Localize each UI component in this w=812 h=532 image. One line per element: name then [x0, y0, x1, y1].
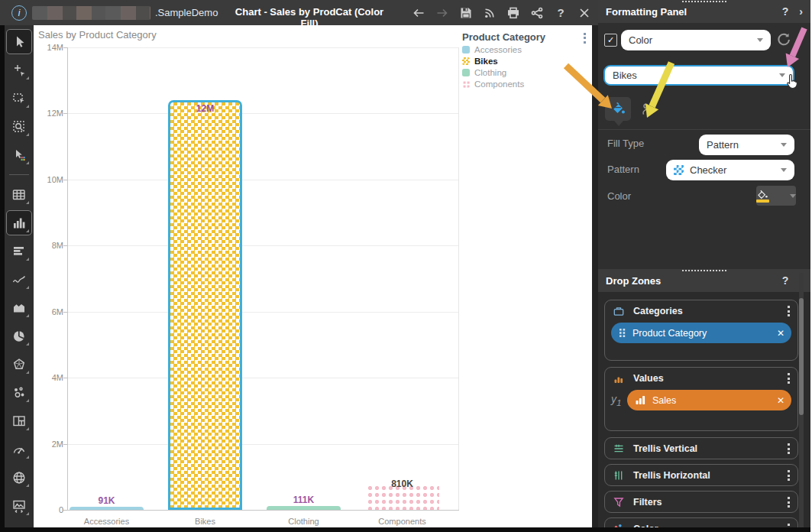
map-chart-icon[interactable] [7, 466, 31, 489]
panel-drag-handle[interactable] [682, 1, 726, 2]
formatting-collapse-icon[interactable]: › [799, 5, 803, 18]
gridline [68, 113, 459, 114]
area-chart-icon[interactable] [7, 296, 31, 320]
fill-type-label: Fill Type [607, 138, 644, 149]
bar-value-label: 810K [365, 478, 439, 489]
scatter-chart-icon[interactable] [7, 381, 31, 404]
fill-type-value: Pattern [707, 139, 739, 151]
legend-swatch-checker [462, 57, 470, 65]
help-icon[interactable]: ? [553, 5, 568, 21]
y-axis-tick [63, 113, 67, 114]
radar-chart-icon[interactable] [7, 352, 31, 376]
window-frame [0, 25, 5, 532]
drop-zone-label: Trellis Vertical [633, 443, 697, 454]
property-select[interactable]: Color [621, 30, 771, 50]
remove-field-icon[interactable] [777, 395, 785, 406]
x-axis-label: Components [361, 517, 445, 526]
plot-border-right [458, 47, 459, 510]
scrollbar-thumb[interactable] [799, 298, 804, 415]
chevron-down-icon[interactable] [790, 194, 796, 198]
save-icon[interactable] [458, 5, 474, 21]
target-combo-chevron-icon[interactable] [779, 73, 785, 77]
gridline [68, 47, 459, 48]
workbook-name: .SampleDemo [155, 7, 218, 18]
drop-zone-menu-icon[interactable] [788, 470, 790, 481]
bar-bikes[interactable] [168, 100, 242, 510]
legend-label: Accessories [474, 45, 522, 54]
bar-accessories[interactable] [70, 507, 144, 510]
target-value-combo[interactable]: Bikes [603, 65, 794, 86]
legend-item[interactable]: Clothing [462, 68, 592, 77]
info-icon[interactable]: i [11, 5, 27, 21]
chevron-down-icon [781, 168, 787, 172]
drop-zone-color[interactable]: Color [604, 517, 798, 527]
marquee-select-icon[interactable] [7, 86, 31, 110]
field-chip-sales[interactable]: Sales [627, 390, 791, 410]
reset-icon[interactable] [775, 31, 792, 48]
legend-swatch-dots [462, 80, 470, 88]
gridline [68, 245, 459, 246]
property-enabled-checkbox[interactable] [604, 34, 617, 47]
drop-zone-trellis-horizontal[interactable]: Trellis Horizontal [604, 464, 798, 486]
legend-item[interactable]: Accessories [462, 45, 592, 54]
remove-field-icon[interactable] [777, 328, 785, 339]
table-icon[interactable] [7, 183, 31, 206]
plot-area[interactable]: 14M12M10M8M6M4M2M091KAccessories12MBikes… [67, 47, 459, 511]
panel-splitter[interactable] [592, 25, 598, 527]
drop-zone-categories[interactable]: CategoriesProduct Category [604, 300, 798, 361]
print-icon[interactable] [506, 5, 521, 21]
chart-title: Sales by Product Category [38, 29, 157, 41]
horizontal-bar-chart-icon[interactable] [7, 239, 31, 263]
chart-canvas[interactable]: Sales by Product Category 14M12M10M8M6M4… [34, 25, 592, 527]
categories-icon [613, 305, 625, 317]
back-icon[interactable] [411, 5, 426, 21]
y-axis-tick [63, 378, 67, 378]
drop-zone-menu-icon[interactable] [788, 306, 790, 316]
drop-zone-menu-icon[interactable] [788, 443, 790, 454]
chip-label: Sales [652, 395, 676, 406]
gridline [68, 180, 459, 180]
bar-clothing[interactable] [267, 506, 341, 510]
scrollbar[interactable] [799, 273, 804, 527]
y-axis-label: 0 [31, 505, 63, 514]
legend-item[interactable]: Components [462, 79, 592, 89]
custom-chart-icon[interactable] [7, 494, 31, 517]
drop-zone-menu-icon[interactable] [788, 497, 790, 508]
legend-item[interactable]: Bikes [462, 57, 592, 66]
checker-pattern-icon [674, 165, 684, 175]
share-icon[interactable] [529, 5, 545, 21]
drop-zone-menu-icon[interactable] [788, 373, 790, 384]
feed-icon[interactable] [482, 5, 497, 21]
close-icon[interactable] [577, 5, 592, 21]
drop-zone-values[interactable]: Valuesy1Sales [604, 367, 798, 431]
paint-bucket-icon [756, 190, 769, 203]
legend: Product Category AccessoriesBikesClothin… [462, 31, 592, 89]
y-axis-tick [63, 245, 67, 246]
drop-zones-help-icon[interactable]: ? [782, 274, 789, 287]
y-axis-tick [63, 444, 67, 445]
pointer-icon[interactable] [7, 30, 31, 54]
window-frame [0, 527, 812, 532]
add-interaction-icon[interactable] [7, 58, 31, 82]
line-style-tab[interactable] [638, 99, 658, 119]
line-chart-icon[interactable] [7, 268, 31, 291]
fill-type-select[interactable]: Pattern [699, 135, 794, 155]
drop-zone-filters[interactable]: Filters [604, 491, 798, 513]
drop-zone-header: Categories [605, 300, 797, 321]
drop-zone-trellis-vertical[interactable]: Trellis Vertical [604, 437, 798, 459]
panel-drag-handle[interactable] [682, 270, 726, 271]
color-picker-button[interactable] [756, 186, 796, 206]
gauge-chart-icon[interactable] [7, 437, 31, 461]
formatting-help-icon[interactable]: ? [782, 5, 789, 18]
bar-chart-icon[interactable] [7, 211, 31, 235]
fill-style-tab[interactable] [605, 97, 631, 121]
field-chip-product-category[interactable]: Product Category [611, 323, 791, 343]
pattern-select[interactable]: Checker [666, 160, 794, 180]
pie-chart-icon[interactable] [7, 324, 31, 348]
zoom-select-icon[interactable] [7, 115, 31, 138]
highlight-icon[interactable] [7, 143, 31, 167]
treemap-chart-icon[interactable] [7, 409, 31, 433]
legend-menu-icon[interactable] [584, 33, 586, 44]
bar-value-label: 12M [168, 103, 242, 114]
forward-icon[interactable] [435, 5, 450, 21]
